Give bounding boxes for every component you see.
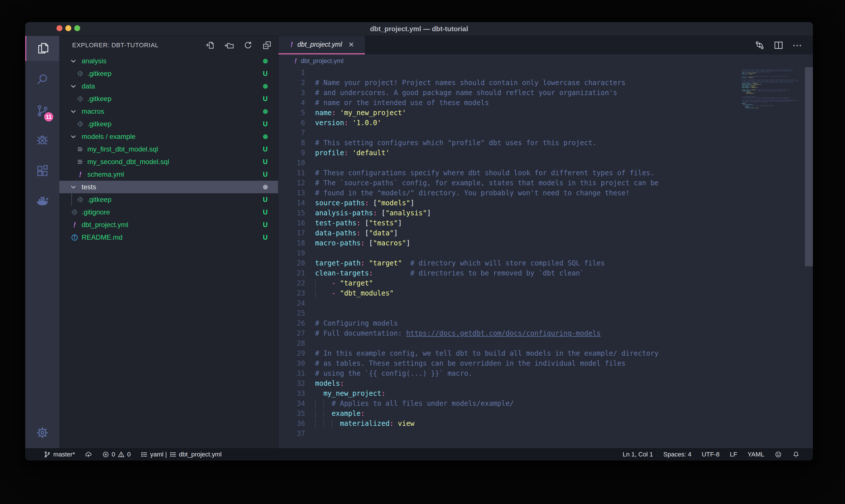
tree-folder-data[interactable]: data [59, 80, 278, 92]
line-number: 33 [278, 389, 305, 399]
error-count: 0 [112, 451, 115, 458]
git-file-icon [76, 95, 84, 103]
minimap[interactable]: # Name your project! Project names shoul… [742, 68, 804, 286]
code-line: 14source-paths: ["models"] [278, 198, 813, 208]
language-mode[interactable]: YAML [744, 448, 768, 461]
code-line: 30# as tables. These settings can be ove… [278, 359, 813, 368]
open-changes-icon[interactable] [754, 40, 765, 50]
tree-file--gitkeep[interactable]: .gitkeepU [59, 67, 278, 80]
tree-file-schema-yml[interactable]: !schema.ymlU [59, 168, 278, 181]
tab-dbt-project-yml[interactable]: ! dbt_project.yml ✕ [278, 36, 365, 54]
publish-changes-button[interactable] [82, 448, 96, 461]
git-branch-status[interactable]: master* [40, 448, 78, 461]
code-line: 16test-paths: ["tests"] [278, 218, 813, 228]
tree-item-label: models / example [82, 132, 136, 141]
folder-status-dot [261, 181, 270, 193]
git-untracked-badge: U [261, 67, 270, 80]
yaml-warning-icon: ! [73, 220, 76, 229]
line-number: 7 [278, 128, 305, 138]
folder-status-dot [261, 55, 270, 67]
split-editor-icon[interactable] [773, 40, 784, 50]
tree-folder-analysis[interactable]: analysis [59, 55, 278, 67]
activitybar-run-debug[interactable] [25, 127, 59, 152]
activitybar-extensions[interactable] [25, 158, 59, 183]
eol-status[interactable]: LF [726, 448, 741, 461]
indentation-status[interactable]: Spaces: 4 [660, 448, 695, 461]
breadcrumb-file[interactable]: dbt_project.yml [301, 57, 343, 65]
feedback-button[interactable] [771, 448, 786, 461]
tree-folder-tests[interactable]: tests [59, 181, 278, 193]
code-line: 23 - "dbt_modules" [278, 288, 813, 299]
tree-folder-models-example[interactable]: models / example [59, 130, 278, 143]
explorer-header: EXPLORER: DBT-TUTORIAL [59, 36, 278, 55]
code-lines: 12# Name your project! Project names sho… [278, 68, 813, 439]
chevron-down-icon [70, 57, 77, 65]
tree-folder-macros[interactable]: macros [59, 105, 278, 118]
sql-file-icon [76, 145, 84, 153]
collapse-all-icon[interactable] [262, 40, 272, 50]
line-number: 23 [278, 288, 305, 299]
tree-file-my-first-dbt-model-sql[interactable]: my_first_dbt_model.sqlU [59, 143, 278, 156]
code-line: 4# name or the intended use of these mod… [278, 98, 813, 108]
tree-item-label: .gitkeep [87, 95, 111, 103]
code-line: 6version: '1.0.0' [278, 118, 813, 128]
refresh-icon[interactable] [243, 40, 253, 50]
encoding-status[interactable]: UTF-8 [698, 448, 723, 461]
code-line: 22 - "target" [278, 278, 813, 288]
line-number: 28 [278, 339, 305, 348]
notifications-button[interactable] [789, 448, 803, 461]
desktop-background: dbt_project.yml — dbt-tutorial [0, 0, 845, 504]
gear-icon [36, 426, 49, 439]
branch-icon [43, 451, 51, 458]
tree-file--gitignore[interactable]: .gitignoreU [59, 206, 278, 218]
line-number: 22 [278, 278, 305, 288]
tree-file-dbt-project-yml[interactable]: !dbt_project.ymlU [59, 218, 278, 231]
activitybar-settings[interactable] [25, 420, 59, 445]
chevron-down-icon [70, 83, 77, 90]
line-number: 15 [278, 208, 305, 218]
tab-close-icon[interactable]: ✕ [348, 41, 354, 49]
code-line: 28 [278, 339, 813, 348]
folder-status-dot [261, 80, 270, 92]
git-untracked-badge: U [261, 92, 270, 105]
activitybar-source-control[interactable]: 11 [25, 98, 59, 123]
line-number: 13 [278, 188, 305, 198]
tree-item-label: .gitkeep [87, 196, 111, 204]
editor-scrollbar[interactable] [805, 67, 813, 266]
new-file-icon[interactable] [205, 40, 215, 50]
tree-file-my-second-dbt-model-sql[interactable]: my_second_dbt_model.sqlU [59, 156, 278, 168]
new-folder-icon[interactable] [224, 40, 234, 50]
yaml-schema-status[interactable]: yaml | dbt_project.yml [137, 448, 225, 461]
tree-file--gitkeep[interactable]: .gitkeepU [59, 92, 278, 105]
activitybar-explorer[interactable] [25, 36, 59, 61]
tree-file--gitkeep[interactable]: .gitkeepU [59, 118, 278, 130]
breadcrumb[interactable]: ! dbt_project.yml [278, 54, 813, 67]
tree-item-label: schema.yml [87, 170, 124, 178]
line-number: 19 [278, 248, 305, 258]
tree-item-label: .gitkeep [87, 70, 111, 78]
code-line: 21clean-targets: # directories to be rem… [278, 268, 813, 278]
errors-icon [102, 451, 109, 458]
yaml-warning-icon: ! [79, 170, 82, 179]
cursor-position[interactable]: Ln 1, Col 1 [619, 448, 656, 461]
tree-file--gitkeep[interactable]: .gitkeepU [59, 193, 278, 206]
line-number: 17 [278, 228, 305, 238]
code-line: 26# Configuring models [278, 319, 813, 328]
code-line: 37 [278, 429, 813, 439]
line-number: 11 [278, 168, 305, 178]
line-number: 25 [278, 308, 305, 319]
line-number: 10 [278, 158, 305, 168]
git-file-icon [71, 209, 78, 216]
more-actions-icon[interactable]: ⋯ [792, 40, 803, 50]
folder-status-dot [261, 130, 270, 143]
activitybar-docker[interactable] [25, 188, 59, 213]
git-untracked-badge: U [261, 118, 270, 130]
tree-item-label: analysis [82, 57, 107, 65]
problems-status[interactable]: 0 0 [98, 448, 134, 461]
line-number: 26 [278, 319, 305, 328]
activitybar-search[interactable] [25, 67, 59, 92]
yaml-warning-icon: ! [290, 40, 293, 49]
code-editor[interactable]: 12# Name your project! Project names sho… [278, 67, 813, 448]
explorer-title: EXPLORER: DBT-TUTORIAL [72, 41, 159, 49]
tree-file-readme-md[interactable]: README.mdU [59, 231, 278, 244]
